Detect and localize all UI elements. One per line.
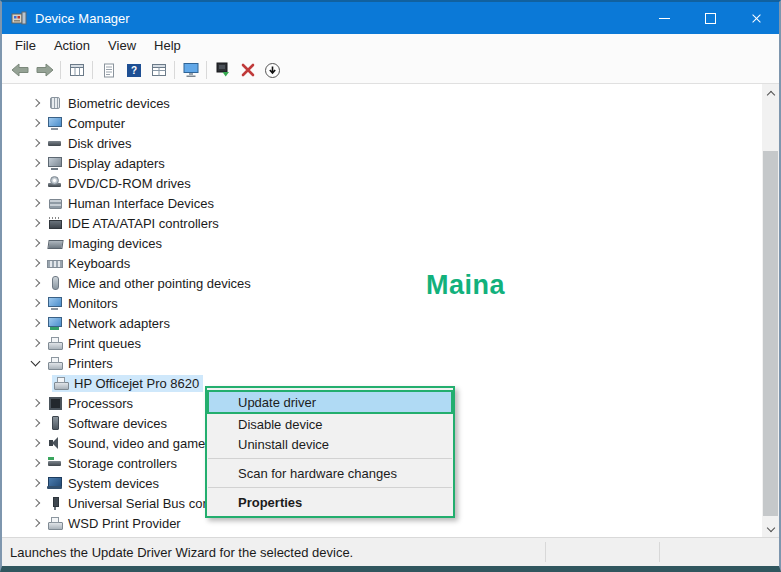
close-button[interactable]	[733, 2, 779, 34]
tree-item-label: Network adapters	[68, 316, 170, 331]
toolbar-separator	[206, 61, 207, 79]
tree-item-print-queues[interactable]: Print queues	[2, 333, 762, 353]
chevron-down-icon[interactable]	[28, 355, 44, 371]
menu-action[interactable]: Action	[45, 38, 99, 53]
chevron-right-icon[interactable]	[28, 415, 44, 431]
tree-item-imaging-devices[interactable]: Imaging devices	[2, 233, 762, 253]
chevron-right-icon[interactable]	[28, 435, 44, 451]
chevron-right-icon[interactable]	[28, 95, 44, 111]
scrollbar-thumb[interactable]	[763, 151, 778, 516]
vertical-scrollbar[interactable]	[762, 84, 779, 537]
tree-item-monitors[interactable]: Monitors	[2, 293, 762, 313]
tree-item-label: Print queues	[68, 336, 141, 351]
chevron-right-icon[interactable]	[28, 135, 44, 151]
sound-icon	[47, 436, 63, 450]
chevron-right-icon[interactable]	[28, 395, 44, 411]
status-bar: Launches the Update Driver Wizard for th…	[2, 537, 779, 566]
display-adapter-icon	[47, 156, 63, 170]
chevron-right-icon[interactable]	[28, 455, 44, 471]
chevron-right-icon[interactable]	[28, 195, 44, 211]
help-button[interactable]: ?	[121, 59, 146, 81]
chevron-right-icon[interactable]	[28, 495, 44, 511]
console-tree-icon	[69, 63, 85, 78]
menu-file[interactable]: File	[6, 38, 45, 53]
disable-device-button[interactable]	[260, 59, 285, 81]
disable-down-arrow-icon	[264, 62, 281, 79]
console-tree-button[interactable]	[64, 59, 89, 81]
menu-bar: File Action View Help	[2, 34, 779, 57]
chevron-right-icon[interactable]	[28, 515, 44, 531]
chevron-right-icon[interactable]	[28, 335, 44, 351]
context-menu: Update driver Disable device Uninstall d…	[205, 386, 455, 518]
computer-button[interactable]	[178, 59, 203, 81]
chevron-right-icon[interactable]	[28, 155, 44, 171]
update-driver-button[interactable]	[210, 59, 235, 81]
watermark-text: Maina	[426, 270, 505, 301]
tree-item-printers[interactable]: Printers	[2, 353, 762, 373]
tree-item-ide-controllers[interactable]: IDE ATA/ATAPI controllers	[2, 213, 762, 233]
tree-item-label: Processors	[68, 396, 133, 411]
printer-icon	[47, 516, 63, 530]
forward-button[interactable]	[32, 59, 57, 81]
chevron-right-icon[interactable]	[28, 275, 44, 291]
tree-item-dvd-cdrom-drives[interactable]: DVD/CD-ROM drives	[2, 173, 762, 193]
tree-item-biometric-devices[interactable]: Biometric devices	[2, 93, 762, 113]
monitor-icon	[47, 296, 63, 310]
status-text: Launches the Update Driver Wizard for th…	[10, 545, 353, 560]
menu-item-disable-device[interactable]: Disable device	[207, 414, 453, 434]
menu-separator	[208, 487, 452, 488]
window-controls	[641, 2, 779, 34]
printer-icon	[47, 336, 63, 350]
disk-icon	[47, 136, 63, 150]
tree-item-keyboards[interactable]: Keyboards	[2, 253, 762, 273]
menu-item-scan-hardware-changes[interactable]: Scan for hardware changes	[207, 463, 453, 483]
toolbar-separator	[92, 61, 93, 79]
scroll-up-button[interactable]	[762, 84, 779, 101]
network-icon	[47, 316, 63, 330]
title-bar: Device Manager	[2, 2, 779, 34]
menu-help[interactable]: Help	[145, 38, 190, 53]
tree-item-label: Keyboards	[68, 256, 130, 271]
software-icon	[47, 416, 63, 430]
menu-view[interactable]: View	[99, 38, 145, 53]
chevron-right-icon[interactable]	[28, 235, 44, 251]
uninstall-x-icon	[240, 62, 256, 78]
minimize-button[interactable]	[641, 2, 687, 34]
tree-item-computer[interactable]: Computer	[2, 113, 762, 133]
devices-by-type-icon	[151, 63, 167, 78]
chevron-right-icon[interactable]	[28, 115, 44, 131]
maximize-button[interactable]	[687, 2, 733, 34]
chevron-right-icon[interactable]	[28, 255, 44, 271]
back-icon	[11, 63, 29, 77]
uninstall-device-button[interactable]	[235, 59, 260, 81]
devices-by-type-button[interactable]	[146, 59, 171, 81]
tree-item-display-adapters[interactable]: Display adapters	[2, 153, 762, 173]
menu-item-properties[interactable]: Properties	[207, 492, 453, 512]
scroll-down-button[interactable]	[762, 520, 779, 537]
export-list-button[interactable]	[96, 59, 121, 81]
chevron-right-icon[interactable]	[28, 215, 44, 231]
storage-icon	[47, 456, 63, 470]
computer-icon	[47, 116, 63, 130]
tree-item-label: Human Interface Devices	[68, 196, 214, 211]
chevron-right-icon[interactable]	[28, 475, 44, 491]
chevron-right-icon[interactable]	[28, 315, 44, 331]
menu-item-uninstall-device[interactable]: Uninstall device	[207, 434, 453, 454]
menu-item-update-driver[interactable]: Update driver	[207, 390, 453, 414]
chevron-right-icon[interactable]	[28, 295, 44, 311]
chevron-right-icon[interactable]	[28, 175, 44, 191]
tree-item-label: Disk drives	[68, 136, 132, 151]
back-button[interactable]	[7, 59, 32, 81]
tree-item-mice[interactable]: Mice and other pointing devices	[2, 273, 762, 293]
tree-item-label: Biometric devices	[68, 96, 170, 111]
toolbar-separator	[174, 61, 175, 79]
export-list-icon	[101, 63, 117, 78]
tree-item-label: Printers	[68, 356, 113, 371]
tree-item-network-adapters[interactable]: Network adapters	[2, 313, 762, 333]
tree-item-human-interface-devices[interactable]: Human Interface Devices	[2, 193, 762, 213]
help-icon: ?	[126, 63, 142, 78]
printer-icon	[47, 356, 63, 370]
tree-item-disk-drives[interactable]: Disk drives	[2, 133, 762, 153]
processor-icon	[47, 396, 63, 410]
tree-item-label: Mice and other pointing devices	[68, 276, 251, 291]
